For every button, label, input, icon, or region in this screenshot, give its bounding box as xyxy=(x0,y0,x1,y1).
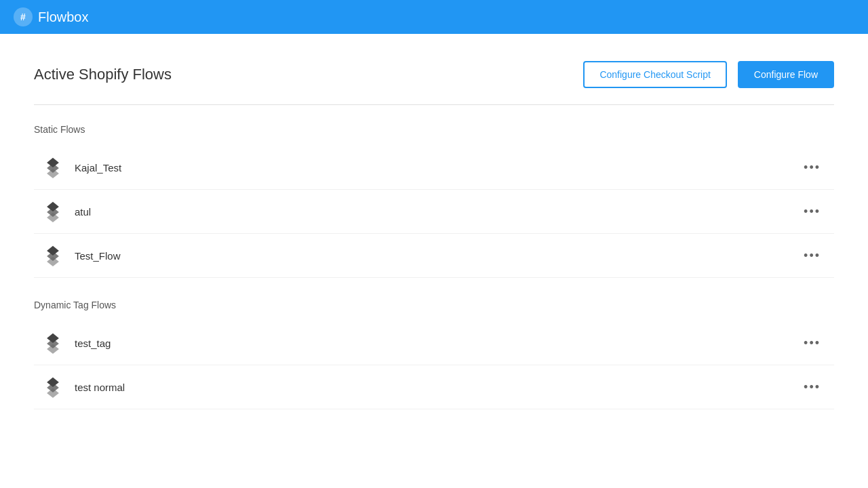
sections-container: Static Flows Kajal_Test••• xyxy=(34,124,834,409)
more-options-button[interactable]: ••• xyxy=(798,333,826,353)
flow-name: atul xyxy=(75,206,91,218)
svg-marker-14 xyxy=(47,388,59,398)
brand: # Flowbox xyxy=(14,7,88,26)
flow-name: test normal xyxy=(75,382,125,393)
configure-flow-button[interactable]: Configure Flow xyxy=(738,61,834,88)
flow-item-left: test_tag xyxy=(42,332,111,354)
section-divider xyxy=(34,104,834,105)
page-header: Active Shopify Flows Configure Checkout … xyxy=(34,61,834,88)
list-item: test normal••• xyxy=(34,365,834,409)
header-actions: Configure Checkout Script Configure Flow xyxy=(583,61,834,88)
more-options-button[interactable]: ••• xyxy=(798,378,826,397)
flow-list-static-flows: Kajal_Test••• atul••• xyxy=(34,146,834,278)
flow-icon xyxy=(42,376,64,398)
svg-marker-2 xyxy=(47,169,59,178)
svg-marker-11 xyxy=(47,344,59,354)
flow-name: test_tag xyxy=(75,338,111,349)
flow-item-left: Test_Flow xyxy=(42,245,121,266)
flow-item-left: atul xyxy=(42,201,91,222)
list-item: atul••• xyxy=(34,190,834,234)
navbar: # Flowbox xyxy=(0,0,868,34)
flow-icon xyxy=(42,245,64,266)
diamond-stack-icon xyxy=(42,332,64,354)
diamond-stack-icon xyxy=(42,157,64,178)
list-item: Kajal_Test••• xyxy=(34,146,834,190)
flow-item-left: Kajal_Test xyxy=(42,157,121,178)
flow-name: Test_Flow xyxy=(75,250,121,262)
list-item: test_tag••• xyxy=(34,321,834,365)
more-options-button[interactable]: ••• xyxy=(798,246,826,266)
flow-list-dynamic-tag-flows: test_tag••• test normal••• xyxy=(34,321,834,409)
flow-name: Kajal_Test xyxy=(75,162,121,174)
section-title-dynamic-tag-flows: Dynamic Tag Flows xyxy=(34,300,834,310)
configure-checkout-script-button[interactable]: Configure Checkout Script xyxy=(583,61,726,88)
page-title: Active Shopify Flows xyxy=(34,66,172,83)
diamond-stack-icon xyxy=(42,201,64,222)
diamond-stack-icon xyxy=(42,376,64,398)
list-item: Test_Flow••• xyxy=(34,234,834,278)
section-title-static-flows: Static Flows xyxy=(34,124,834,135)
svg-marker-8 xyxy=(47,257,59,266)
main-content: Active Shopify Flows Configure Checkout … xyxy=(0,34,868,445)
brand-name: Flowbox xyxy=(38,9,88,25)
flow-icon xyxy=(42,201,64,222)
svg-marker-5 xyxy=(47,213,59,222)
diamond-stack-icon xyxy=(42,245,64,266)
brand-logo-symbol: # xyxy=(20,12,26,22)
more-options-button[interactable]: ••• xyxy=(798,158,826,178)
flow-icon xyxy=(42,157,64,178)
flow-icon xyxy=(42,332,64,354)
more-options-button[interactable]: ••• xyxy=(798,202,826,222)
brand-logo: # xyxy=(14,7,33,26)
flow-item-left: test normal xyxy=(42,376,125,398)
